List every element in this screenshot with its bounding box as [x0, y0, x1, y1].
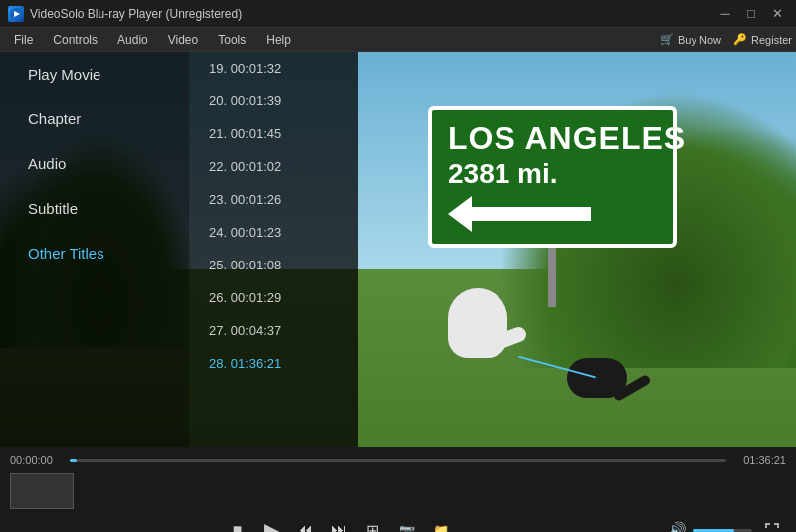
sign-distance: 2381 mi. [448, 158, 657, 190]
cart-icon: 🛒 [660, 33, 674, 46]
minimize-button[interactable]: ─ [714, 5, 736, 23]
app-logo: VideoSolo Blu-ray Player (Unregistered) [8, 6, 242, 22]
cat-white [438, 288, 517, 388]
register-label: Register [751, 34, 792, 46]
chapter-item-28[interactable]: 28. 01:36:21 [189, 347, 358, 380]
menu-help[interactable]: Help [256, 31, 300, 49]
volume-icon[interactable]: 🔊 [668, 521, 687, 532]
chapter-item-19[interactable]: 19. 00:01:32 [189, 52, 358, 85]
chapter-item-23[interactable]: 23. 00:01:26 [189, 183, 358, 216]
register-button[interactable]: 🔑 Register [733, 33, 792, 46]
menu-audio[interactable]: Audio [107, 31, 158, 49]
sign-board: LOS ANGELES 2381 mi. [428, 106, 677, 248]
volume-track[interactable] [693, 529, 752, 532]
fullscreen-button[interactable] [758, 516, 786, 532]
menu-right-actions: 🛒 Buy Now 🔑 Register [660, 33, 792, 46]
close-button[interactable]: ✕ [766, 5, 788, 23]
sign-post [548, 248, 556, 307]
key-icon: 🔑 [733, 33, 747, 46]
arrow-body [472, 207, 591, 221]
chapter-item-25[interactable]: 25. 00:01:08 [189, 249, 358, 281]
video-area: LOS ANGELES 2381 mi. Play Movie Chapter … [0, 52, 796, 447]
play-button[interactable]: ▶ [256, 514, 288, 532]
progress-bar-row: 00:00:00 01:36:21 [0, 451, 796, 469]
volume-controls: 🔊 [668, 516, 786, 532]
cat-black [567, 358, 637, 418]
playback-controls: ■ ▶ ⏮ ⏭ ⊞ 📷 📁 🔊 [0, 511, 796, 532]
volume-fill [693, 529, 734, 532]
road-sign: LOS ANGELES 2381 mi. [428, 106, 677, 307]
prev-button[interactable]: ⏮ [290, 514, 321, 532]
title-bar: VideoSolo Blu-ray Player (Unregistered) … [0, 0, 796, 28]
app-logo-icon [8, 6, 24, 22]
chapter-item-22[interactable]: 22. 00:01:02 [189, 150, 358, 183]
screenshot-button[interactable]: 📷 [391, 514, 423, 532]
stop-button[interactable]: ■ [222, 514, 254, 532]
arrow-head [448, 196, 472, 232]
playback-buttons: ■ ▶ ⏮ ⏭ ⊞ 📷 📁 [10, 514, 668, 532]
menu-other-titles[interactable]: Other Titles [0, 231, 189, 275]
sign-arrow [448, 196, 657, 232]
title-bar-controls: ─ □ ✕ [714, 5, 788, 23]
menu-tools[interactable]: Tools [208, 31, 256, 49]
sign-city: LOS ANGELES [448, 122, 657, 154]
left-menu: Play Movie Chapter Audio Subtitle Other … [0, 52, 189, 447]
chapter-item-26[interactable]: 26. 00:01:29 [189, 281, 358, 314]
controls-area: 00:00:00 01:36:21 ■ ▶ ⏮ ⏭ ⊞ 📷 📁 🔊 [0, 447, 796, 532]
menu-play-movie[interactable]: Play Movie [0, 52, 189, 96]
menu-video[interactable]: Video [158, 31, 208, 49]
grid-button[interactable]: ⊞ [357, 514, 389, 532]
chapter-item-27[interactable]: 27. 00:04:37 [189, 314, 358, 347]
menu-subtitle[interactable]: Subtitle [0, 186, 189, 231]
thumbnail-strip [0, 469, 796, 511]
time-current: 00:00:00 [10, 454, 62, 466]
folder-button[interactable]: 📁 [425, 514, 457, 532]
time-total: 01:36:21 [734, 454, 786, 466]
maximize-button[interactable]: □ [740, 5, 762, 23]
chapter-item-20[interactable]: 20. 00:01:39 [189, 85, 358, 117]
next-button[interactable]: ⏭ [323, 514, 355, 532]
thumbnail-box [10, 473, 74, 509]
menu-chapter[interactable]: Chapter [0, 96, 189, 141]
chapter-item-24[interactable]: 24. 00:01:23 [189, 216, 358, 249]
title-bar-text: VideoSolo Blu-ray Player (Unregistered) [30, 7, 242, 21]
cat-white-body [448, 288, 507, 358]
menu-controls[interactable]: Controls [43, 31, 107, 49]
menu-audio[interactable]: Audio [0, 141, 189, 186]
menu-file[interactable]: File [4, 31, 43, 49]
cat-black-body [567, 358, 627, 398]
buy-label: Buy Now [678, 34, 721, 46]
progress-track[interactable] [70, 459, 726, 462]
progress-fill [70, 459, 77, 462]
menu-bar: File Controls Audio Video Tools Help 🛒 B… [0, 28, 796, 52]
chapter-panel[interactable]: 19. 00:01:3220. 00:01:3921. 00:01:4522. … [189, 52, 358, 447]
buy-now-button[interactable]: 🛒 Buy Now [660, 33, 721, 46]
chapter-item-21[interactable]: 21. 00:01:45 [189, 117, 358, 150]
